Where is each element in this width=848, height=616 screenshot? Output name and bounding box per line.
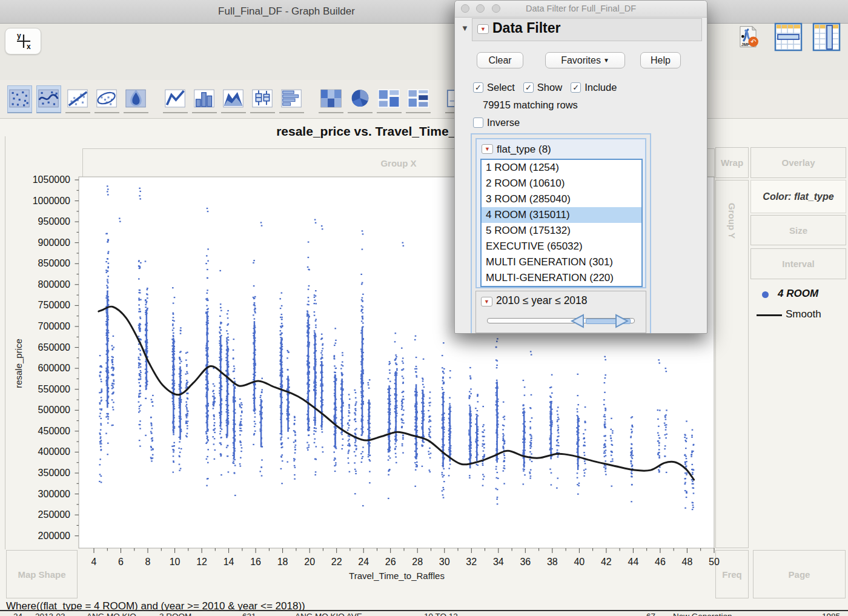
- smoother-icon: [38, 88, 60, 110]
- year-menu-icon[interactable]: ▼: [481, 297, 492, 306]
- dialog-titlebar[interactable]: Data Filter for Full_Final_DF: [455, 1, 707, 18]
- table-cell-fragment: 1985: [822, 612, 840, 616]
- show-checkbox-label: Show: [537, 82, 562, 93]
- table-cell-fragment: New Generation: [673, 612, 732, 616]
- drop-zone-overlay[interactable]: Overlay: [750, 147, 846, 178]
- y-axis-title: resale_price: [13, 339, 24, 388]
- x-tick-label: 30: [431, 557, 458, 568]
- drop-zone-wrap[interactable]: Wrap: [715, 147, 749, 178]
- palette-pie-button[interactable]: [348, 85, 373, 113]
- x-tick-label: 12: [188, 557, 215, 568]
- xy-crosshair-icon: y x: [10, 31, 36, 51]
- flat-type-list-item[interactable]: EXECUTIVE (65032): [482, 239, 641, 254]
- flat-type-filter-panel: ▼ flat_type (8) 1 ROOM (1254)2 ROOM (106…: [475, 138, 646, 288]
- palette-box-plot-button[interactable]: [250, 85, 275, 113]
- filter-menu-icon[interactable]: ▼: [477, 24, 489, 34]
- select-rows-table-icon[interactable]: [774, 22, 803, 54]
- x-tick-label: 32: [458, 557, 485, 568]
- y-tick-label: 400000: [17, 446, 70, 457]
- x-tick-label: 40: [566, 557, 592, 568]
- main-toolbar: y x JMP↶: [0, 24, 848, 81]
- show-checkbox[interactable]: ✓: [523, 82, 534, 93]
- table-cell-fragment: ANG MO KIO: [87, 612, 136, 616]
- svg-text:↶: ↶: [750, 38, 757, 45]
- x-tick-label: 44: [620, 557, 646, 568]
- left-panel-edge: [5, 136, 5, 549]
- heatmap-icon: [320, 88, 342, 110]
- dropdown-arrow-icon: ▼: [603, 57, 609, 64]
- palette-ellipse-button[interactable]: [94, 85, 119, 113]
- palette-line-button[interactable]: [163, 85, 188, 113]
- palette-area-button[interactable]: [221, 85, 246, 113]
- data-filter-dialog[interactable]: Data Filter for Full_Final_DF ▼ ▼ Data F…: [454, 0, 707, 334]
- help-button[interactable]: Help: [640, 52, 681, 68]
- x-tick-label: 14: [216, 557, 242, 568]
- favorites-button[interactable]: Favorites ▼: [545, 52, 625, 68]
- bar-icon: [193, 88, 216, 110]
- table-cell-fragment: 24: [13, 612, 22, 616]
- year-slider-track[interactable]: [487, 318, 635, 323]
- flat-type-list-item[interactable]: 3 ROOM (285040): [482, 191, 641, 207]
- window-titlebar[interactable]: Full_Final_DF - Graph Builder: [0, 0, 848, 24]
- table-cell-fragment: 631: [242, 612, 256, 616]
- include-checkbox[interactable]: ✓: [571, 82, 581, 93]
- select-checkbox[interactable]: ✓: [473, 82, 483, 93]
- x-tick-label: 46: [647, 557, 674, 568]
- flat-type-list-item[interactable]: 2 ROOM (10610): [482, 176, 641, 191]
- flat-type-list-item[interactable]: MULTI-GENERATION (220): [482, 270, 641, 286]
- element-type-palette: [0, 80, 848, 119]
- palette-treemap-button[interactable]: [377, 85, 402, 113]
- drop-zone-size[interactable]: Size: [750, 215, 846, 245]
- y-tick-label: 1050000: [17, 174, 70, 185]
- axis-tool-button[interactable]: y x: [5, 28, 41, 55]
- year-slider-right-thumb[interactable]: [614, 313, 630, 329]
- clipped-table-row: 242013-03ANG MO KIO3 ROOM631ANG MO KIO A…: [0, 610, 848, 616]
- palette-heatmap-button[interactable]: [319, 85, 343, 113]
- drop-zone-group-y[interactable]: Group Y: [715, 180, 749, 548]
- x-tick-label: 38: [539, 557, 566, 568]
- y-tick-label: 800000: [17, 279, 70, 290]
- drop-zone-color[interactable]: Color: flat_type: [750, 180, 846, 213]
- flat-type-list-item[interactable]: MULTI GENERATION (301): [482, 254, 641, 270]
- line-icon: [164, 88, 187, 110]
- flat-type-list-item[interactable]: 5 ROOM (175132): [482, 223, 641, 239]
- drop-zone-interval[interactable]: Interval: [750, 248, 846, 279]
- flat-type-list-item[interactable]: 1 ROOM (1254): [482, 160, 641, 176]
- y-tick-label: 350000: [17, 468, 70, 479]
- palette-line-of-fit-button[interactable]: [65, 85, 90, 113]
- drop-zone-page[interactable]: Page: [753, 550, 846, 598]
- x-tick-label: 8: [134, 557, 161, 568]
- y-tick-label: 950000: [17, 216, 70, 227]
- flat-type-filter-label: flat_type (8): [497, 144, 551, 156]
- disclosure-triangle-icon[interactable]: ▼: [461, 24, 469, 33]
- table-cell-fragment: 3 ROOM: [159, 612, 191, 616]
- inverse-checkbox[interactable]: [473, 118, 483, 128]
- palette-histogram-button[interactable]: [279, 85, 304, 113]
- line-of-fit-icon: [67, 88, 89, 110]
- legend-4room-label: 4 ROOM: [778, 288, 818, 300]
- x-tick-label: 24: [350, 557, 377, 568]
- palette-mosaic-button[interactable]: [406, 85, 431, 113]
- x-tick-label: 6: [108, 557, 134, 568]
- palette-contour-button[interactable]: [124, 85, 148, 113]
- treemap-icon: [378, 88, 400, 110]
- jmp-journal-icon[interactable]: JMP↶: [736, 22, 760, 54]
- y-tick-label: 600000: [17, 363, 70, 374]
- select-columns-table-icon[interactable]: [812, 22, 841, 54]
- clear-button[interactable]: Clear: [477, 52, 523, 68]
- year-slider-left-thumb[interactable]: [569, 313, 585, 329]
- palette-points-button[interactable]: [7, 85, 32, 113]
- y-tick-label: 850000: [17, 258, 70, 269]
- select-checkbox-label: Select: [487, 82, 515, 93]
- flat-type-menu-icon[interactable]: ▼: [482, 144, 493, 154]
- palette-smoother-button[interactable]: [36, 85, 61, 113]
- x-tick-label: 42: [593, 557, 620, 568]
- flat-type-list[interactable]: 1 ROOM (1254)2 ROOM (10610)3 ROOM (28504…: [480, 159, 643, 287]
- y-tick-label: 700000: [17, 321, 70, 332]
- inverse-checkbox-label: Inverse: [487, 117, 520, 128]
- flat-type-list-item[interactable]: 4 ROOM (315011): [482, 207, 641, 223]
- palette-bar-button[interactable]: [192, 85, 217, 113]
- table-cell-fragment: 2013-03: [35, 612, 65, 616]
- table-cell-fragment: 67: [646, 612, 655, 616]
- drop-zone-map-shape[interactable]: Map Shape: [6, 550, 78, 598]
